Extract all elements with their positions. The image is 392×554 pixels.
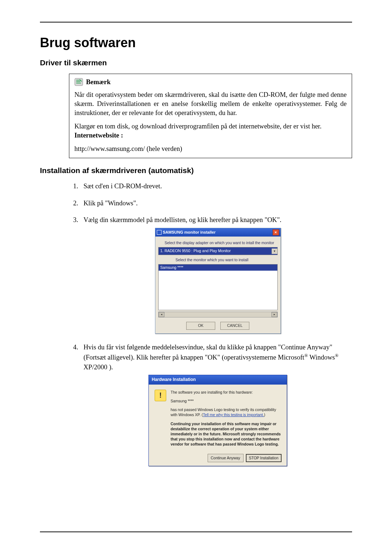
horizontal-scrollbar[interactable]: ◂ ▸: [158, 312, 278, 317]
reg-mark-2: ®: [335, 353, 339, 358]
step-3: Vælg din skærmmodel på modellisten, og k…: [80, 215, 352, 333]
logo-testing-link[interactable]: Tell me why this testing is important.: [203, 413, 264, 417]
step-2: Klik på "Windows".: [80, 198, 352, 208]
adapter-combobox[interactable]: 1. RADEON 9550 : Plug and Play Monitor ▾: [158, 247, 278, 255]
close-icon[interactable]: ×: [273, 229, 279, 235]
adapter-value: 1. RADEON 9550 : Plug and Play Monitor: [159, 247, 271, 254]
step-4-text-c: XP/2000 ).: [83, 364, 113, 371]
scroll-right-icon[interactable]: ▸: [271, 312, 277, 317]
note-icon: [74, 78, 83, 86]
cancel-button[interactable]: CANCEL: [220, 322, 249, 330]
chevron-down-icon[interactable]: ▾: [271, 249, 277, 254]
step-4: Hvis du får vist følgende meddelelsesvin…: [80, 342, 352, 467]
reg-mark-1: ®: [304, 353, 308, 358]
monitor-listbox[interactable]: Samsung ****: [158, 264, 278, 310]
top-rule: [40, 22, 352, 22]
section-install-auto: Installation af skærmdriveren (automatis…: [40, 166, 352, 175]
installer-title: SAMSUNG monitor installer: [157, 230, 216, 235]
note-url: http://www.samsung.com/ (hele verden): [74, 144, 347, 153]
hardware-installation-dialog: Hardware Installation ! The software you…: [148, 375, 287, 466]
warning-icon: !: [155, 390, 166, 401]
hw-p1: The software you are installing for this…: [171, 390, 281, 395]
ok-button[interactable]: OK: [186, 322, 215, 330]
install-steps: Sæt cd'en i CD-ROM-drevet. Klik på "Wind…: [69, 181, 352, 467]
installer-label-adapter: Select the display adapter on which you …: [165, 240, 278, 246]
step-4-text-a: Hvis du får vist følgende meddelelsesvin…: [83, 344, 332, 361]
hw-warning: Continuing your installation of this sof…: [171, 421, 281, 447]
internet-site-label: Internetwebsite :: [74, 132, 123, 139]
scroll-left-icon[interactable]: ◂: [159, 312, 164, 317]
note-paragraph-1: Når dit operativsystem beder om skærmdri…: [74, 90, 347, 118]
step-4-text-b: Windows: [308, 354, 335, 361]
step-3-text: Vælg din skærmmodel på modellisten, og k…: [83, 216, 281, 223]
installer-dialog: SAMSUNG monitor installer × Select the d…: [155, 228, 281, 334]
page-title: Brug softwaren: [40, 35, 352, 50]
note-title: Bemærk: [86, 78, 111, 87]
hw-dialog-text: The software you are installing for this…: [171, 390, 281, 451]
hw-dialog-title: Hardware Installation: [149, 375, 287, 384]
section-driver: Driver til skærmen: [40, 58, 352, 67]
hw-device: Samsung ****: [171, 398, 281, 403]
hw-p2: has not passed Windows Logo testing to v…: [171, 407, 281, 417]
stop-installation-button[interactable]: STOP Installation: [246, 454, 282, 462]
continue-anyway-button[interactable]: Continue Anyway: [208, 454, 244, 462]
step-1: Sæt cd'en i CD-ROM-drevet.: [80, 181, 352, 191]
bottom-rule: [40, 532, 352, 532]
note-box: Bemærk Når dit operativsystem beder om s…: [69, 74, 352, 158]
monitor-selected-item[interactable]: Samsung ****: [159, 264, 277, 271]
note-p2-text: Klargør en tom disk, og download driverp…: [74, 123, 322, 130]
note-paragraph-2: Klargør en tom disk, og download driverp…: [74, 122, 347, 140]
installer-label-monitor: Select the monitor which you want to ins…: [176, 257, 278, 263]
